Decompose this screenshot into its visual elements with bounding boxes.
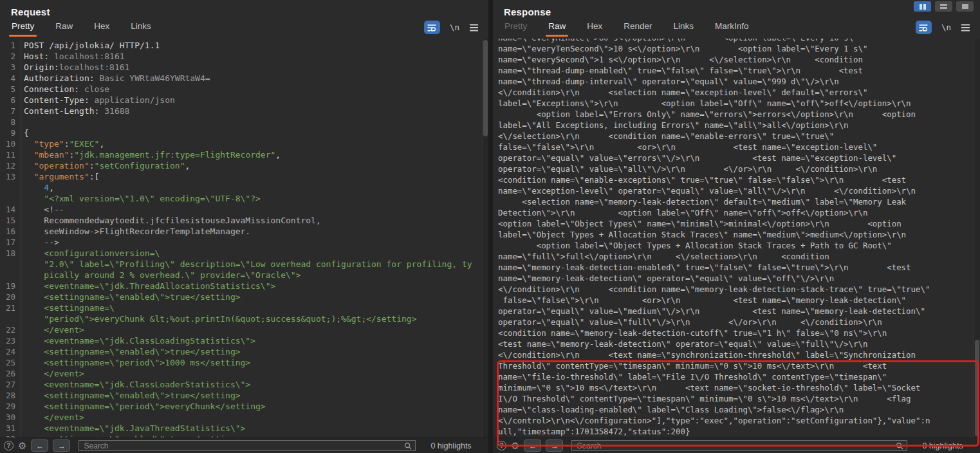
code-text: <settingname=\"enabled\">true</setting> <box>21 291 241 302</box>
code-line: 6Content-Type: application/json <box>0 95 488 106</box>
layout-single-button[interactable] <box>956 1 974 12</box>
show-newlines-toggle[interactable]: \n <box>450 23 459 32</box>
raw-line: I\/O Threshold\" contentType=\"timespan\… <box>493 393 980 404</box>
line-number <box>0 193 21 204</box>
code-text: <eventname=\"jdk.ThreadAllocationStatist… <box>21 281 275 291</box>
tab-label: Raw <box>548 21 566 31</box>
tab-links[interactable]: Links <box>130 18 152 37</box>
raw-line: operator=\"equal\" value=\"full\"\/>\r\n… <box>493 317 980 328</box>
code-text: pically around 2 % overhead.\" provider=… <box>21 270 300 281</box>
line-number: 8 <box>0 116 21 127</box>
line-number: 17 <box>0 237 21 248</box>
code-text: Connection: close <box>21 84 109 95</box>
line-number: 28 <box>0 390 21 401</box>
layout-side-by-side-button[interactable] <box>914 1 931 12</box>
code-text: </event> <box>21 324 84 335</box>
tab-label: Pretty <box>12 21 34 31</box>
response-raw-lines: name=\"everyMinute\">60 s<\/option>\r\n … <box>493 39 980 437</box>
response-highlights-count: 0 highlights <box>912 441 974 450</box>
raw-line: name=\"exception-level\" operator=\"equa… <box>493 185 980 196</box>
next-match-button[interactable]: → <box>546 439 563 452</box>
raw-line: <option label=\"Object Types\" name=\"mi… <box>493 218 980 229</box>
line-number: 26 <box>0 368 21 379</box>
tab-raw[interactable]: Raw <box>548 18 566 37</box>
next-match-button[interactable]: → <box>53 439 70 452</box>
code-line: 19 <eventname=\"jdk.ThreadAllocationStat… <box>0 281 488 291</box>
response-search-input[interactable] <box>575 441 896 451</box>
previous-match-button[interactable]: ← <box>31 439 48 452</box>
code-line: 20 <settingname=\"enabled\">true</settin… <box>0 291 488 302</box>
tab-label: Hex <box>94 21 109 31</box>
code-text: <settingname=\"enabled\">true</setting> <box>21 346 241 357</box>
code-line: 26 </event> <box>0 368 488 379</box>
search-settings-gear-icon[interactable]: ⚙ <box>511 441 519 450</box>
code-text: <settingname=\"period\">1000 ms</setting… <box>21 357 250 368</box>
panel-menu-icon[interactable] <box>469 24 479 32</box>
tab-pretty[interactable]: Pretty <box>504 18 528 37</box>
search-settings-gear-icon[interactable]: ⚙ <box>18 441 26 450</box>
code-text: </event> <box>21 412 84 423</box>
panel-menu-icon[interactable] <box>961 24 970 32</box>
code-text: "mbean":"jdk.management.jfr:type=FlightR… <box>21 149 281 160</box>
help-icon[interactable]: ? <box>4 441 14 450</box>
line-number: 20 <box>0 291 21 302</box>
request-search-field[interactable] <box>79 440 416 451</box>
code-text: "operation":"setConfiguration", <box>21 160 190 171</box>
code-text: Authorization: Basic YWRtaW46YWRtaW4= <box>21 73 210 84</box>
tab-render[interactable]: Render <box>623 18 652 37</box>
tab-markinfo[interactable]: MarkInfo <box>714 18 750 37</box>
code-line: "2.0\" label=\"Profiling\" description=\… <box>0 259 488 270</box>
tab-hex[interactable]: Hex <box>93 18 110 37</box>
previous-match-button[interactable]: ← <box>524 439 541 452</box>
code-line: 23 <eventname=\"jdk.ClassLoadingStatisti… <box>0 335 488 346</box>
raw-line: name=\"full\">full<\/option>\r\n <\/sele… <box>493 251 980 262</box>
code-line: 21 <settingname=\ <box>0 302 488 313</box>
line-number: 7 <box>0 106 21 116</box>
request-panel: Request PrettyRawHexLinks \n <box>0 0 488 453</box>
code-text: <settingname=\"enabled\">true</setting> <box>21 390 241 401</box>
request-scrollbar-thumb[interactable] <box>483 40 488 136</box>
line-number: 18 <box>0 248 21 259</box>
code-line: pically around 2 % overhead.\" provider=… <box>0 270 488 281</box>
response-editor[interactable]: name=\"everyMinute\">60 s<\/option>\r\n … <box>493 39 980 438</box>
raw-line: name=\"memory-leak-detection-enabled\" t… <box>493 262 980 273</box>
code-line: 30 </event> <box>0 412 488 423</box>
raw-line: name=\"thread-dump-enabled\" true=\"fals… <box>493 65 980 76</box>
response-scrollbar[interactable] <box>974 39 980 438</box>
word-wrap-toggle-button[interactable] <box>424 21 440 34</box>
response-scrollbar-thumb[interactable] <box>975 340 979 436</box>
request-search-input[interactable] <box>82 441 404 451</box>
request-editor[interactable]: 1POST /api/jolokia/ HTTP/1.12Host: local… <box>0 39 488 438</box>
response-tab-tools: \n <box>916 21 980 37</box>
layout-stacked-button[interactable] <box>935 1 952 12</box>
raw-line: operator=\"equal\" value=\"all\"\/>\r\n … <box>493 163 980 174</box>
tab-hex[interactable]: Hex <box>586 18 603 37</box>
code-text: Origin:localhost:8161 <box>21 62 129 73</box>
response-panel: Response PrettyRawHexRenderLinksMarkInfo… <box>493 0 980 453</box>
tab-label: Links <box>131 21 151 31</box>
raw-line: name=\"memory-leak-detection\" operator=… <box>493 273 980 284</box>
request-scrollbar[interactable] <box>482 39 488 438</box>
line-number: 22 <box>0 324 21 335</box>
response-search-field[interactable] <box>571 440 907 451</box>
raw-line: name=\"everyMinute\">60 s<\/option>\r\n … <box>493 39 980 43</box>
raw-line: name=\"thread-dump-interval\" operator=\… <box>493 76 980 87</box>
tab-links[interactable]: Links <box>673 18 695 37</box>
word-wrap-toggle-button[interactable] <box>916 21 932 34</box>
line-number <box>0 182 21 193</box>
request-panel-header: Request PrettyRawHexLinks \n <box>0 0 488 39</box>
repeater-window: Request PrettyRawHexLinks \n <box>0 0 980 453</box>
show-newlines-toggle[interactable]: \n <box>941 23 951 32</box>
tab-raw[interactable]: Raw <box>55 18 73 37</box>
help-icon[interactable]: ? <box>497 441 506 450</box>
line-number <box>0 270 21 281</box>
line-number: 6 <box>0 95 21 106</box>
code-text: "<?xml version=\"1.0\" encoding=\"UTF-8\… <box>21 193 261 204</box>
raw-line: <test name=\"memory-leak-detection\" ope… <box>493 338 980 349</box>
panel-splitter[interactable] <box>488 0 493 453</box>
line-number: 9 <box>0 127 21 138</box>
line-number: 16 <box>0 226 21 237</box>
raw-line: <option label=\"Errors Only\" name=\"err… <box>493 109 980 120</box>
tab-pretty[interactable]: Pretty <box>11 18 35 37</box>
code-text <box>21 116 24 127</box>
